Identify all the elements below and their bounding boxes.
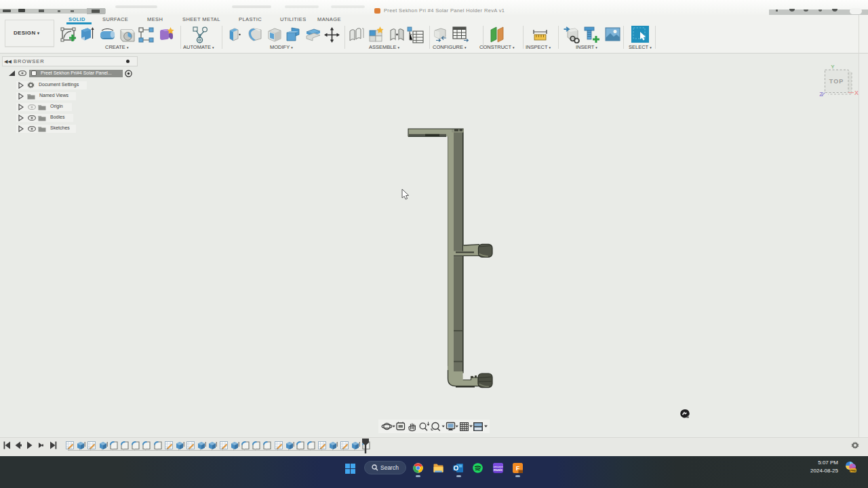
svg-text:music: music xyxy=(494,468,503,472)
svg-text:PRE: PRE xyxy=(850,469,856,472)
svg-text:TOP: TOP xyxy=(829,78,844,85)
svg-text:amazon: amazon xyxy=(493,465,502,468)
svg-text:X: X xyxy=(854,89,859,96)
svg-text:Y: Y xyxy=(831,64,835,70)
